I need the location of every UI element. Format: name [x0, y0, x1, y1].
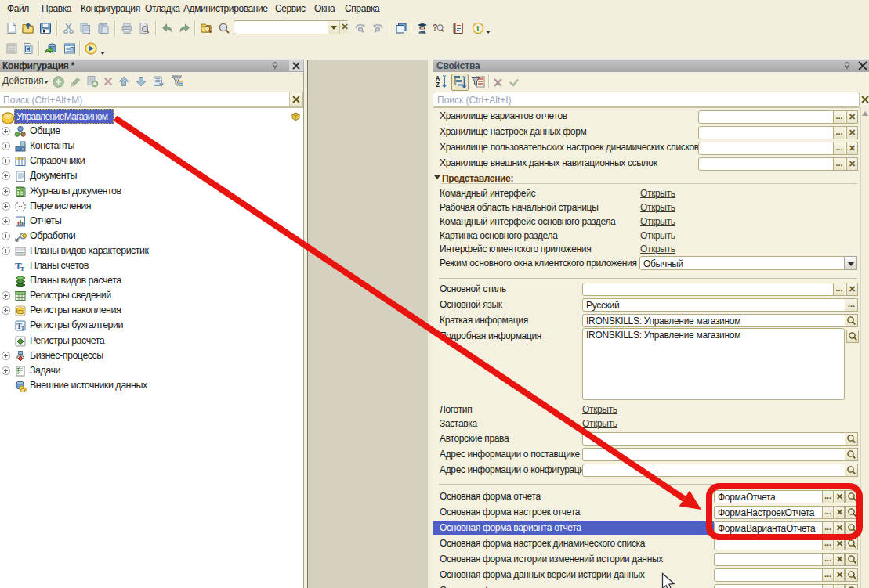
svg-text:т: т — [21, 324, 24, 331]
svg-text:т: т — [20, 264, 24, 272]
svg-text:Z: Z — [436, 81, 440, 88]
svg-text:?: ? — [433, 23, 437, 32]
svg-text:i: i — [476, 23, 479, 33]
